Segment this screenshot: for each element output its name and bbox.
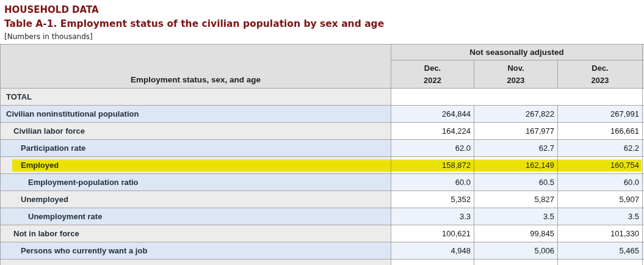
employment-table: Employment status, sex, and age Not seas… [0, 44, 644, 265]
value-cell: 267,822 [474, 106, 558, 123]
table-row: Civilian noninstitutional population264,… [1, 106, 644, 123]
value-cell: 3.5 [558, 208, 643, 225]
row-label: Not in labor force [1, 225, 391, 242]
value-cell: 3.3 [391, 208, 474, 225]
value-cell: 5,352 [391, 191, 474, 208]
value-cell: 164,224 [391, 123, 474, 140]
row-label: Civilian noninstitutional population [1, 106, 391, 123]
table-row: Persons who currently want a job4,9485,0… [1, 242, 644, 260]
partial-row [1, 260, 644, 265]
group-header-row: Employment status, sex, and age Not seas… [1, 45, 644, 60]
value-cell: 160,754 [558, 157, 643, 174]
page-title: Table A-1. Employment status of the civi… [4, 18, 644, 30]
value-cell: 60.0 [558, 174, 643, 191]
value-cell: 264,844 [391, 106, 474, 123]
table-header: Employment status, sex, and age Not seas… [1, 45, 644, 89]
value-cell: 62.7 [474, 140, 558, 157]
row-label: Unemployed [1, 191, 391, 208]
table-row: Unemployed5,3525,8275,907 [1, 191, 644, 208]
value-cell: 4,948 [391, 242, 474, 260]
value-cell: 101,330 [558, 225, 643, 242]
value-cell [474, 260, 558, 265]
table-row: Employed158,872162,149160,754 [1, 157, 644, 174]
value-cell: 62.0 [391, 140, 474, 157]
value-cell: 3.5 [474, 208, 558, 225]
value-cell: 162,149 [474, 157, 558, 174]
column-year: 2023 [474, 74, 557, 87]
section-empty-cell [391, 89, 643, 106]
column-header: Dec. 2023 [558, 60, 643, 89]
table-row: Unemployment rate3.33.53.5 [1, 208, 644, 225]
column-year: 2022 [391, 74, 474, 87]
row-label: Participation rate [1, 140, 391, 157]
table-row: Not in labor force100,62199,845101,330 [1, 225, 644, 242]
value-cell: 5,006 [474, 242, 558, 260]
page-heading: HOUSEHOLD DATA Table A-1. Employment sta… [0, 0, 644, 42]
page: HOUSEHOLD DATA Table A-1. Employment sta… [0, 0, 644, 265]
row-label: Unemployment rate [1, 208, 391, 225]
value-cell [391, 260, 474, 265]
row-label: Employment-population ratio [1, 174, 391, 191]
column-month: Nov. [474, 62, 557, 74]
section-kicker: HOUSEHOLD DATA [4, 4, 644, 15]
value-cell: 60.0 [391, 174, 474, 191]
section-row: TOTAL [1, 89, 644, 106]
column-month: Dec. [558, 62, 642, 74]
value-cell: 5,907 [558, 191, 643, 208]
value-cell: 99,845 [474, 225, 558, 242]
row-label [1, 260, 391, 265]
value-cell: 100,621 [391, 225, 474, 242]
value-cell: 267,991 [558, 106, 643, 123]
row-label: Persons who currently want a job [1, 242, 391, 260]
value-cell: 62.2 [558, 140, 643, 157]
section-label: TOTAL [1, 89, 391, 106]
value-cell: 166,661 [558, 123, 643, 140]
table-row: Employment-population ratio60.060.560.0 [1, 174, 644, 191]
column-header: Nov. 2023 [474, 60, 558, 89]
value-cell: 5,465 [558, 242, 643, 260]
column-month: Dec. [391, 62, 474, 74]
table-row: Civilian labor force164,224167,977166,66… [1, 123, 644, 140]
units-note: [Numbers in thousands] [4, 32, 644, 42]
table-row: Participation rate62.062.762.2 [1, 140, 644, 157]
value-cell: 167,977 [474, 123, 558, 140]
table-body: TOTAL Civilian noninstitutional populati… [1, 89, 644, 265]
group-header: Not seasonally adjusted [391, 45, 643, 60]
value-cell: 60.5 [474, 174, 558, 191]
value-cell: 5,827 [474, 191, 558, 208]
column-year: 2023 [558, 74, 642, 87]
column-header: Dec. 2022 [391, 60, 474, 89]
row-label: Civilian labor force [1, 123, 391, 140]
stub-header: Employment status, sex, and age [1, 45, 391, 89]
row-label: Employed [1, 157, 391, 174]
value-cell: 158,872 [391, 157, 474, 174]
value-cell [558, 260, 643, 265]
